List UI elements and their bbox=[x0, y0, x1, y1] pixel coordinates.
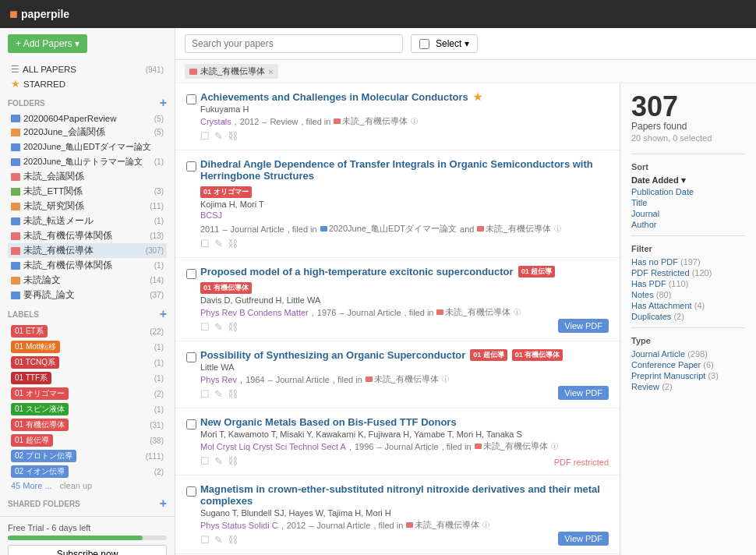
folder-item-6[interactable]: 未読_研究関係 (11) bbox=[8, 199, 167, 214]
label-item-0[interactable]: 01 ET系 (22) bbox=[8, 323, 167, 339]
note-icon-5[interactable]: ☐ bbox=[200, 534, 210, 546]
search-input[interactable] bbox=[185, 34, 403, 53]
edit-icon-5[interactable]: ✎ bbox=[214, 534, 223, 546]
edit-icon-0[interactable]: ✎ bbox=[214, 130, 223, 142]
type-review[interactable]: Review (2) bbox=[631, 382, 745, 391]
label-item-3[interactable]: 01 TTF系 (1) bbox=[8, 370, 167, 386]
more-labels[interactable]: 45 More ... clean up bbox=[8, 479, 167, 492]
add-label-button[interactable]: + bbox=[160, 307, 167, 321]
paper-checkbox-1[interactable] bbox=[186, 161, 196, 171]
sort-author[interactable]: Author bbox=[631, 220, 745, 229]
paper-star-0[interactable]: ★ bbox=[473, 91, 482, 103]
folder-count: (11) bbox=[150, 202, 164, 210]
note-icon-2[interactable]: ☐ bbox=[200, 321, 210, 333]
link-icon-2[interactable]: ⛓ bbox=[228, 321, 238, 333]
type-journal-article[interactable]: Journal Article (298) bbox=[631, 349, 745, 359]
label-item-7[interactable]: 01 超伝導 (38) bbox=[8, 433, 167, 448]
filter-has-attachment[interactable]: Has Attachment (4) bbox=[631, 301, 745, 310]
edit-icon-3[interactable]: ✎ bbox=[214, 388, 223, 400]
select-checkbox[interactable] bbox=[419, 39, 429, 49]
label-item-1[interactable]: 01 Mott転移 (1) bbox=[8, 339, 167, 355]
paper-checkbox-0[interactable] bbox=[186, 94, 196, 104]
filter-tag-close[interactable]: × bbox=[268, 67, 273, 76]
note-icon-1[interactable]: ☐ bbox=[200, 238, 210, 249]
filter-has-pdf[interactable]: Has PDF (110) bbox=[631, 279, 745, 288]
folder-item-2[interactable]: 2020June_亀山EDTダイマー論文 bbox=[8, 140, 167, 154]
folder-item-1[interactable]: 2020June_会議関係 (5) bbox=[8, 125, 167, 140]
label-item-8[interactable]: 02 プロトン伝導 (111) bbox=[8, 448, 167, 464]
folder-item-4[interactable]: 未読_会議関係 bbox=[8, 169, 167, 184]
select-button[interactable]: Select ▾ bbox=[411, 34, 478, 53]
label-item-5[interactable]: 01 スピン液体 (1) bbox=[8, 401, 167, 417]
folder-icon bbox=[11, 232, 20, 240]
paper-item-5[interactable]: Magnetism in crown-ether-substituted nit… bbox=[175, 475, 620, 554]
folder-label: 未読_研究関係 bbox=[23, 200, 84, 212]
cleanup-link[interactable]: clean up bbox=[60, 481, 93, 490]
folder-item-7[interactable]: 未読_転送メール (1) bbox=[8, 214, 167, 228]
paper-checkbox-2[interactable] bbox=[186, 269, 196, 279]
paper-item-4[interactable]: New Organic Metals Based on Bis-Fused TT… bbox=[175, 408, 620, 475]
filter-duplicates[interactable]: Duplicates (2) bbox=[631, 312, 745, 321]
folder-count: (14) bbox=[150, 276, 164, 285]
subscribe-button[interactable]: Subscribe now bbox=[8, 545, 167, 555]
folder-item-3[interactable]: 2020June_亀山テトラマー論文 (1) bbox=[8, 154, 167, 169]
paper-checkbox-5[interactable] bbox=[186, 486, 196, 497]
paper-item-3[interactable]: Possibility of Synthesizing an Organic S… bbox=[175, 341, 620, 408]
folder-count: (1) bbox=[154, 217, 164, 225]
label-item-9[interactable]: 02 イオン伝導 (2) bbox=[8, 464, 167, 479]
add-shared-folder-button[interactable]: + bbox=[160, 497, 167, 511]
folder-item-10[interactable]: 未読論文 (14) bbox=[8, 273, 167, 288]
filter-pdf-restricted[interactable]: PDF Restricted (120) bbox=[631, 268, 745, 278]
link-icon-0[interactable]: ⛓ bbox=[228, 130, 238, 142]
sort-title[interactable]: Title bbox=[631, 198, 745, 207]
pdf-restricted-4: PDF restricted bbox=[554, 458, 609, 467]
paper-journal-3: Phys Rev bbox=[200, 375, 237, 384]
sort-date-added[interactable]: Date Added ▾ bbox=[631, 175, 745, 186]
label-item-6[interactable]: 01 有機伝導体 (31) bbox=[8, 417, 167, 433]
paper-type-3: Journal Article bbox=[276, 375, 330, 384]
edit-icon-4[interactable]: ✎ bbox=[214, 455, 223, 467]
folder-item-5[interactable]: 未読_ETT関係 (3) bbox=[8, 184, 167, 199]
view-pdf-button-5[interactable]: View PDF bbox=[558, 532, 609, 546]
right-panel: 307 Papers found 20 shown, 0 selected So… bbox=[620, 83, 756, 555]
folder-item-active[interactable]: 未読_有機伝導体 (307) bbox=[8, 243, 167, 258]
sidebar-item-all-papers[interactable]: ☰ ALL PAPERS (941) bbox=[8, 62, 167, 76]
note-icon-4[interactable]: ☐ bbox=[200, 455, 210, 467]
view-pdf-button-3[interactable]: View PDF bbox=[558, 386, 609, 400]
paper-checkbox-4[interactable] bbox=[186, 419, 196, 430]
folder-item-8[interactable]: 未読_有機伝導体関係 (13) bbox=[8, 228, 167, 243]
filter-tag: 未読_有機伝導体 × bbox=[185, 64, 278, 79]
paper-checkbox-3[interactable] bbox=[186, 352, 196, 362]
sort-publication-date[interactable]: Publication Date bbox=[631, 187, 745, 196]
label-item-4[interactable]: 01 オリゴマー (2) bbox=[8, 386, 167, 401]
filter-no-pdf[interactable]: Has no PDF (197) bbox=[631, 257, 745, 267]
paper-item-0[interactable]: Achievements and Challenges in Molecular… bbox=[175, 83, 620, 150]
type-preprint[interactable]: Preprint Manuscript (3) bbox=[631, 371, 745, 380]
add-papers-button[interactable]: + Add Papers ▾ bbox=[8, 34, 87, 53]
sort-journal[interactable]: Journal bbox=[631, 209, 745, 218]
edit-icon-1[interactable]: ✎ bbox=[214, 238, 223, 249]
filter-notes[interactable]: Notes (80) bbox=[631, 290, 745, 299]
paper-item-1[interactable]: Dihedral Angle Dependence of Transfer In… bbox=[175, 150, 620, 258]
folder-item-0[interactable]: 20200604PaperReview (5) bbox=[8, 112, 167, 125]
label-count: (1) bbox=[154, 374, 164, 383]
view-pdf-button-2[interactable]: View PDF bbox=[558, 319, 609, 333]
type-conference-paper[interactable]: Conference Paper (6) bbox=[631, 360, 745, 369]
link-icon-3[interactable]: ⛓ bbox=[228, 388, 238, 400]
label-item-2[interactable]: 01 TCNQ系 (1) bbox=[8, 355, 167, 370]
paper-actions-1: ☐ ✎ ⛓ bbox=[200, 238, 609, 249]
paper-meta-2: Phys Rev B Condens Matter, 1976 – Journa… bbox=[200, 306, 609, 318]
label-tag: 01 Mott転移 bbox=[11, 341, 60, 353]
link-icon-1[interactable]: ⛓ bbox=[228, 238, 238, 249]
sidebar-item-starred[interactable]: ★ STARRED bbox=[8, 76, 167, 91]
folder-icon bbox=[11, 129, 20, 136]
link-icon-5[interactable]: ⛓ bbox=[228, 534, 238, 546]
folder-item-11[interactable]: 要再読_論文 (37) bbox=[8, 288, 167, 302]
link-icon-4[interactable]: ⛓ bbox=[228, 455, 238, 467]
edit-icon-2[interactable]: ✎ bbox=[214, 321, 223, 333]
add-folder-button[interactable]: + bbox=[160, 96, 167, 110]
note-icon-3[interactable]: ☐ bbox=[200, 388, 210, 400]
paper-item-2[interactable]: Proposed model of a high-temperature exc… bbox=[175, 258, 620, 341]
note-icon-0[interactable]: ☐ bbox=[200, 130, 210, 142]
folder-item-9[interactable]: 未読_有機伝導体関係 (1) bbox=[8, 258, 167, 273]
